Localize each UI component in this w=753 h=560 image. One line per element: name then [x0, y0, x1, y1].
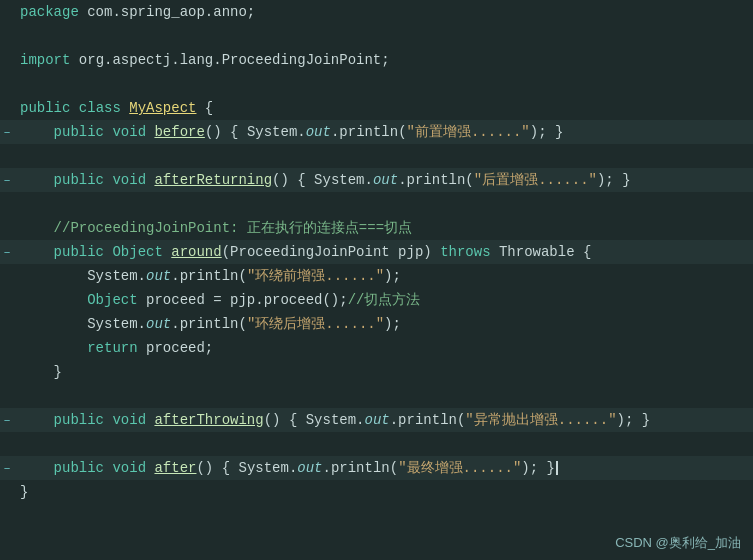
line-5: public class MyAspect { [0, 96, 753, 120]
line-12-content: System.out.println("环绕前增强......"); [14, 265, 753, 287]
line-16: } [0, 360, 753, 384]
line-21: } [0, 480, 753, 504]
line-2-content [14, 25, 753, 47]
line-2 [0, 24, 753, 48]
line-6: − public void before() { System.out.prin… [0, 120, 753, 144]
fold-20[interactable]: − [0, 463, 14, 475]
line-3-content: import org.aspectj.lang.ProceedingJoinPo… [14, 49, 753, 71]
line-10-content: //ProceedingJoinPoint: 正在执行的连接点===切点 [14, 217, 753, 239]
line-11-content: public Object around(ProceedingJoinPoint… [14, 241, 753, 263]
line-14-content: System.out.println("环绕后增强......"); [14, 313, 753, 335]
line-7-content [14, 145, 753, 167]
watermark: CSDN @奥利给_加油 [615, 534, 741, 552]
line-5-content: public class MyAspect { [14, 97, 753, 119]
line-9 [0, 192, 753, 216]
line-13: Object proceed = pjp.proceed();//切点方法 [0, 288, 753, 312]
line-18-content: public void afterThrowing() { System.out… [14, 409, 753, 431]
fold-18[interactable]: − [0, 415, 14, 427]
line-9-content [14, 193, 753, 215]
line-19-content [14, 433, 753, 455]
code-editor: package com.spring_aop.anno; import org.… [0, 0, 753, 560]
line-15-content: return proceed; [14, 337, 753, 359]
line-8: − public void afterReturning() { System.… [0, 168, 753, 192]
line-14: System.out.println("环绕后增强......"); [0, 312, 753, 336]
line-8-content: public void afterReturning() { System.ou… [14, 169, 753, 191]
fold-6[interactable]: − [0, 127, 14, 139]
line-12: System.out.println("环绕前增强......"); [0, 264, 753, 288]
line-10: //ProceedingJoinPoint: 正在执行的连接点===切点 [0, 216, 753, 240]
line-13-content: Object proceed = pjp.proceed();//切点方法 [14, 289, 753, 311]
line-11: − public Object around(ProceedingJoinPoi… [0, 240, 753, 264]
line-20-content: public void after() { System.out.println… [14, 457, 753, 479]
line-15: return proceed; [0, 336, 753, 360]
line-1-content: package com.spring_aop.anno; [14, 1, 753, 23]
line-17 [0, 384, 753, 408]
line-19 [0, 432, 753, 456]
line-18: − public void afterThrowing() { System.o… [0, 408, 753, 432]
line-4-content [14, 73, 753, 95]
line-4 [0, 72, 753, 96]
line-1: package com.spring_aop.anno; [0, 0, 753, 24]
line-20: − public void after() { System.out.print… [0, 456, 753, 480]
line-21-content: } [14, 481, 753, 503]
line-6-content: public void before() { System.out.printl… [14, 121, 753, 143]
fold-11[interactable]: − [0, 247, 14, 259]
line-17-content [14, 385, 753, 407]
line-3: import org.aspectj.lang.ProceedingJoinPo… [0, 48, 753, 72]
line-7 [0, 144, 753, 168]
fold-8[interactable]: − [0, 175, 14, 187]
line-16-content: } [14, 361, 753, 383]
